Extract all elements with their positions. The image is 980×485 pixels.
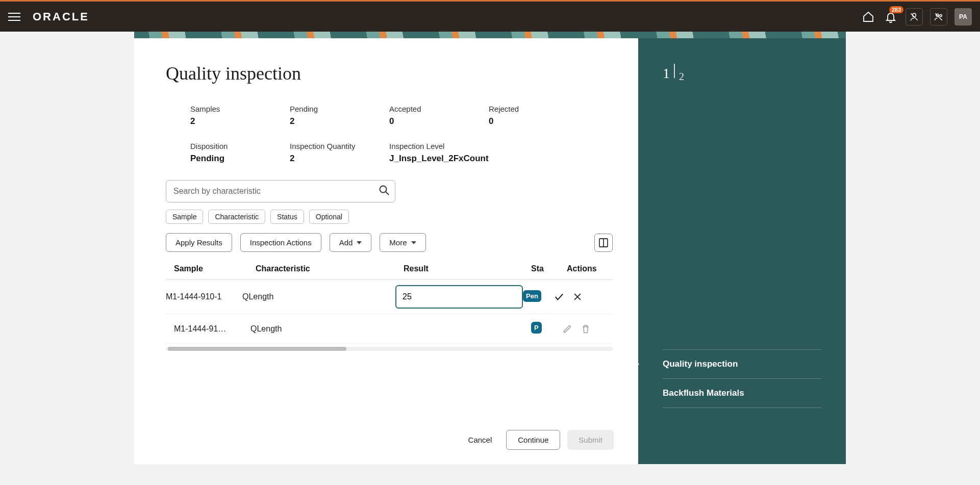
col-status: Sta [531, 264, 567, 273]
table-header: Sample Characteristic Result Sta Actions [166, 264, 613, 280]
horizontal-scrollbar[interactable] [166, 347, 613, 351]
chip-sample[interactable]: Sample [166, 210, 203, 224]
cell-characteristic: QLength [250, 324, 404, 334]
svg-line-1 [911, 13, 917, 20]
filter-chip-row: Sample Characteristic Status Optional [166, 210, 613, 224]
more-button[interactable]: More [380, 233, 425, 252]
chevron-down-icon [357, 241, 362, 244]
summary-pending: Pending 2 [290, 105, 389, 126]
add-button[interactable]: Add [330, 233, 372, 252]
summary-value: 2 [290, 116, 389, 126]
col-characteristic: Characteristic [256, 264, 404, 273]
table-row: M1-1444-910-1 QLength Pen [166, 280, 613, 314]
summary-grid: Samples 2 Pending 2 Accepted 0 Rejected … [166, 105, 613, 164]
summary-samples: Samples 2 [190, 105, 290, 126]
side-step-backflush-materials[interactable]: Backflush Materials [663, 379, 821, 408]
summary-value: 2 [190, 116, 290, 126]
decorative-banner [134, 32, 846, 38]
menu-icon[interactable] [8, 10, 22, 24]
chevron-down-icon [411, 241, 416, 244]
footer-actions: Cancel Continue Submit [134, 412, 638, 450]
svg-point-5 [380, 186, 387, 193]
summary-inspection-level: Inspection Level J_Insp_Level_2FxCount [389, 142, 588, 164]
global-header: ORACLE 283 PA [0, 0, 980, 32]
summary-value: 0 [489, 116, 588, 126]
cancel-button[interactable]: Cancel [461, 430, 499, 450]
oracle-logo: ORACLE [33, 10, 89, 23]
scrollbar-thumb[interactable] [168, 347, 346, 351]
step-divider [674, 64, 675, 78]
chip-characteristic[interactable]: Characteristic [208, 210, 265, 224]
summary-value: Pending [190, 154, 290, 164]
add-button-label: Add [339, 238, 353, 247]
col-result: Result [404, 264, 531, 273]
chip-status[interactable]: Status [270, 210, 304, 224]
submit-button: Submit [567, 430, 614, 450]
summary-rejected: Rejected 0 [489, 105, 588, 126]
summary-label: Samples [190, 105, 290, 113]
svg-point-3 [940, 14, 942, 16]
cell-sample: M1-1444-910-1 [166, 292, 242, 301]
continue-button[interactable]: Continue [506, 430, 560, 450]
summary-disposition: Disposition Pending [190, 142, 290, 164]
summary-label: Inspection Level [389, 142, 588, 150]
step-current: 1 [663, 65, 670, 82]
toolbar: Apply Results Inspection Actions Add Mor… [166, 233, 613, 252]
step-total: 2 [679, 71, 684, 83]
step-indicator: 1 2 [663, 64, 821, 82]
svg-line-6 [386, 192, 389, 195]
summary-label: Disposition [190, 142, 290, 150]
results-table: Sample Characteristic Result Sta Actions… [166, 264, 613, 351]
page-title: Quality inspection [166, 63, 613, 84]
search-icon[interactable] [378, 184, 390, 198]
avatar[interactable]: PA [954, 8, 972, 25]
group-off-icon[interactable] [930, 8, 947, 25]
cancel-icon[interactable] [572, 291, 583, 302]
table-row: M1-1444-91… QLength P [166, 314, 613, 344]
status-badge: Pen [523, 290, 541, 302]
summary-value: J_Insp_Level_2FxCount [389, 154, 588, 164]
more-button-label: More [389, 238, 407, 247]
col-actions: Actions [567, 264, 613, 273]
summary-inspection-quantity: Inspection Quantity 2 [290, 142, 389, 164]
side-panel: 1 2 Quality inspection Backflush Materia… [638, 38, 846, 464]
summary-label: Inspection Quantity [290, 142, 389, 150]
summary-label: Pending [290, 105, 389, 113]
cell-characteristic: QLength [242, 292, 395, 301]
summary-value: 0 [389, 116, 489, 126]
status-badge: P [531, 322, 542, 334]
confirm-icon[interactable] [554, 291, 565, 302]
summary-value: 2 [290, 154, 389, 164]
notifications-icon[interactable]: 283 [883, 9, 898, 24]
delete-icon[interactable] [580, 323, 591, 335]
search-input[interactable] [166, 180, 395, 202]
main-panel: Quality inspection Samples 2 Pending 2 A… [134, 38, 638, 464]
col-sample: Sample [174, 264, 256, 273]
side-step-quality-inspection[interactable]: Quality inspection [663, 349, 821, 379]
summary-accepted: Accepted 0 [389, 105, 489, 126]
cell-sample: M1-1444-91… [174, 324, 250, 334]
notification-badge: 283 [889, 6, 903, 13]
summary-label: Rejected [489, 105, 588, 113]
inspection-actions-button[interactable]: Inspection Actions [240, 233, 321, 252]
edit-icon[interactable] [562, 323, 573, 335]
side-step-list: Quality inspection Backflush Materials [638, 349, 846, 408]
result-input[interactable] [395, 285, 523, 309]
apply-results-button[interactable]: Apply Results [166, 233, 232, 252]
home-icon[interactable] [861, 9, 876, 24]
summary-label: Accepted [389, 105, 489, 113]
layout-toggle-button[interactable] [594, 234, 613, 252]
person-off-icon[interactable] [906, 8, 923, 25]
chip-optional[interactable]: Optional [309, 210, 349, 224]
